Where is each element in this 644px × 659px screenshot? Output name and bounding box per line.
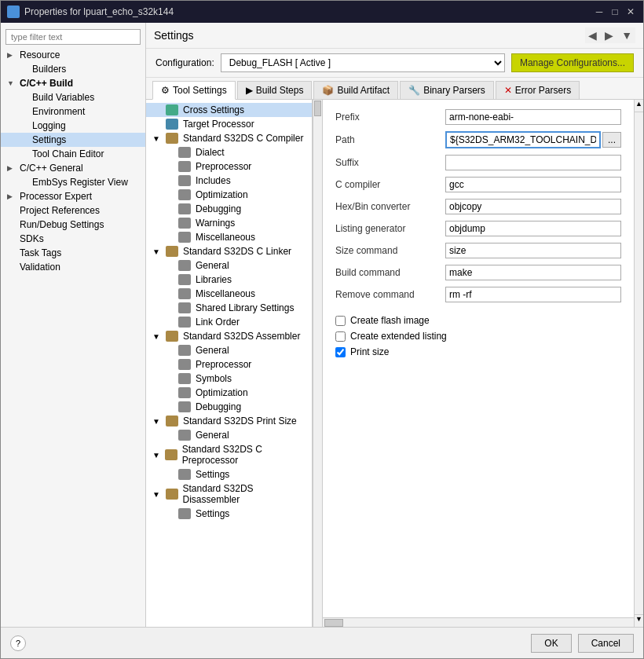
sidebar-item-settings[interactable]: Settings [1, 133, 145, 147]
tree-item-label: Standard S32DS C Compiler [183, 133, 303, 144]
tab-binary-parsers[interactable]: 🔧 Binary Parsers [400, 81, 494, 99]
print-size-checkbox[interactable] [335, 347, 346, 357]
prefix-input[interactable] [445, 109, 621, 125]
tree-item-std-c-linker[interactable]: ▼ Standard S32DS C Linker [146, 244, 312, 258]
toolbar: ◀ ▶ ▼ [585, 27, 635, 43]
build-input[interactable] [445, 265, 621, 280]
sidebar-item-label: EmbSys Register View [32, 177, 128, 188]
settings-split: Cross Settings Target Processor ▼ Standa… [146, 100, 643, 627]
tree-scrollbar[interactable] [313, 100, 322, 627]
remove-input[interactable] [445, 287, 621, 302]
tree-item-settings3[interactable]: Settings [146, 507, 312, 521]
back-button[interactable]: ◀ [585, 27, 600, 43]
expand-icon: ▼ [152, 417, 163, 426]
hex-bin-label: Hex/Bin converter [335, 201, 445, 212]
tab-build-steps[interactable]: ▶ Build Steps [237, 81, 313, 99]
sidebar-item-label: SDKs [20, 233, 44, 244]
right-scrollbar[interactable]: ▲ ▼ [634, 100, 643, 627]
sidebar-item-sdks[interactable]: SDKs [1, 232, 145, 246]
tree-item-symbols[interactable]: Symbols [146, 372, 312, 386]
tab-tool-settings[interactable]: ⚙ Tool Settings [152, 81, 236, 100]
tab-label: Tool Settings [173, 85, 227, 96]
hex-bin-input[interactable] [445, 199, 621, 214]
help-button[interactable]: ? [10, 635, 26, 651]
path-input[interactable] [445, 131, 601, 148]
tree-item-asm-optimization[interactable]: Optimization [146, 386, 312, 400]
tree-item-misc2[interactable]: Miscellaneous [146, 287, 312, 301]
sidebar-item-builders[interactable]: Builders [1, 62, 145, 76]
tree-item-print-size-general[interactable]: General [146, 428, 312, 442]
maximize-button[interactable]: □ [609, 5, 621, 18]
tree-item-settings2[interactable]: Settings [146, 467, 312, 481]
tree-item-disassembler[interactable]: ▼ Standard S32DS Disassembler [146, 481, 312, 507]
tree-item-warnings[interactable]: Warnings [146, 216, 312, 230]
prefix-label: Prefix [335, 112, 445, 123]
size-input[interactable] [445, 243, 621, 258]
tree-item-miscellaneous[interactable]: Miscellaneous [146, 230, 312, 244]
tree-item-std-assembler[interactable]: ▼ Standard S32DS Assembler [146, 329, 312, 343]
tree-item-includes[interactable]: Includes [146, 174, 312, 188]
suffix-input[interactable] [445, 155, 621, 170]
sidebar-item-resource[interactable]: ▶ Resource [1, 48, 145, 62]
close-button[interactable]: ✕ [624, 5, 637, 18]
tree-item-preprocessor[interactable]: Preprocessor [146, 159, 312, 174]
sidebar-item-label: Project References [20, 205, 100, 216]
tree-item-debugging[interactable]: Debugging [146, 202, 312, 216]
tree-item-asm-debugging[interactable]: Debugging [146, 400, 312, 414]
window-title: Properties for lpuart_echo_s32k144 [24, 6, 588, 17]
tree-item-asm-preprocessor[interactable]: Preprocessor [146, 357, 312, 372]
scroll-up-button[interactable]: ▲ [635, 100, 643, 112]
forward-button[interactable]: ▶ [602, 27, 617, 43]
c-compiler-input[interactable] [445, 177, 621, 192]
sidebar-item-cpp-general[interactable]: ▶ C/C++ General [1, 161, 145, 175]
sidebar-item-processor-expert[interactable]: ▶ Processor Expert [1, 189, 145, 203]
tree-item-label: Standard S32DS Disassembler [183, 483, 309, 505]
expand-icon: ▶ [7, 51, 16, 59]
sidebar-item-project-references[interactable]: Project References [1, 203, 145, 218]
sidebar-item-run-debug[interactable]: Run/Debug Settings [1, 218, 145, 232]
tab-label: Build Artifact [337, 85, 390, 96]
create-flash-checkbox[interactable] [335, 316, 346, 326]
tree-item-std-c-compiler[interactable]: ▼ Standard S32DS C Compiler [146, 131, 312, 145]
tab-build-artifact[interactable]: 📦 Build Artifact [313, 81, 398, 99]
bottom-left: ? [10, 635, 26, 651]
cancel-button[interactable]: Cancel [578, 634, 634, 653]
tree-item-dialect[interactable]: Dialect [146, 145, 312, 159]
tree-item-shared-lib[interactable]: Shared Library Settings [146, 301, 312, 315]
h-scrollbar[interactable] [323, 617, 634, 627]
tree-item-general[interactable]: General [146, 258, 312, 273]
sidebar: ▶ Resource Builders ▼ C/C++ Build Build … [1, 23, 146, 627]
sidebar-item-embsys[interactable]: EmbSys Register View [1, 175, 145, 189]
config-select[interactable]: Debug_FLASH [ Active ] [221, 53, 505, 72]
dropdown-button[interactable]: ▼ [618, 27, 635, 43]
sidebar-item-task-tags[interactable]: Task Tags [1, 246, 145, 260]
tree-item-label: Cross Settings [183, 104, 244, 115]
sidebar-item-build-variables[interactable]: Build Variables [1, 90, 145, 104]
tree-item-preprocessor3[interactable]: ▼ Standard S32DS C Preprocessor [146, 442, 312, 467]
sidebar-item-label: Logging [32, 120, 66, 131]
tree-item-target-processor[interactable]: Target Processor [146, 117, 312, 131]
tree-item-asm-general[interactable]: General [146, 343, 312, 357]
create-extended-checkbox[interactable] [335, 331, 346, 342]
sidebar-item-toolchain-editor[interactable]: Tool Chain Editor [1, 147, 145, 161]
tab-icon: ✕ [504, 85, 512, 96]
sidebar-item-validation[interactable]: Validation [1, 260, 145, 274]
tree-item-optimization[interactable]: Optimization [146, 188, 312, 202]
listing-input[interactable] [445, 221, 621, 236]
tree-item-print-size[interactable]: ▼ Standard S32DS Print Size [146, 414, 312, 428]
filter-input[interactable] [5, 29, 141, 45]
sidebar-item-environment[interactable]: Environment [1, 104, 145, 119]
tree-item-cross-settings[interactable]: Cross Settings [146, 103, 312, 117]
tree-item-libraries[interactable]: Libraries [146, 273, 312, 287]
tab-error-parsers[interactable]: ✕ Error Parsers [496, 81, 580, 99]
ok-button[interactable]: OK [531, 634, 571, 653]
field-prefix: Prefix [335, 109, 621, 125]
manage-configurations-button[interactable]: Manage Configurations... [511, 53, 634, 72]
minimize-button[interactable]: ─ [593, 5, 606, 18]
sidebar-item-cpp-build[interactable]: ▼ C/C++ Build [1, 76, 145, 90]
path-browse-button[interactable]: ... [602, 132, 621, 148]
tree-item-link-order[interactable]: Link Order [146, 315, 312, 329]
sidebar-item-logging[interactable]: Logging [1, 119, 145, 133]
scroll-down-button[interactable]: ▼ [635, 614, 643, 627]
tree-item-label: Settings [196, 469, 229, 480]
